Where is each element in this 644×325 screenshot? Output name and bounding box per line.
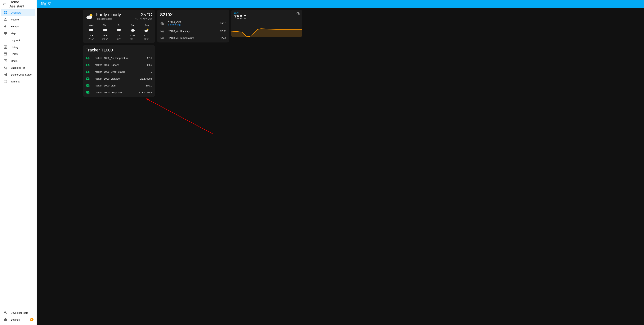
entity-row[interactable]: Tracker T1000_Latitude22.576884: [86, 75, 152, 82]
device-icon: [296, 12, 300, 15]
play-icon: [3, 58, 8, 63]
day-high: 25.8°: [88, 34, 94, 37]
svg-point-10: [6, 69, 7, 69]
sidebar-item-studio[interactable]: Studio Code Server: [1, 71, 36, 78]
svg-rect-67: [161, 37, 163, 39]
svg-point-65: [161, 31, 162, 32]
sidebar-item-label: Developer tools: [11, 312, 28, 314]
graph-value: 756.0: [234, 14, 300, 19]
weather-card[interactable]: Partly cloudy Forecast 我的家 25 °C 25.8 °C…: [83, 9, 155, 43]
topbar: 我的家: [37, 0, 644, 8]
dashboard-content: Partly cloudy Forecast 我的家 25 °C 25.8 °C…: [37, 8, 644, 325]
day-high: 28°: [117, 34, 121, 37]
weather-day-icon: [144, 27, 150, 33]
tracker-title: Tracker T1000: [86, 48, 152, 53]
entity-row[interactable]: Tracker T1000_Battery94.0: [86, 61, 152, 68]
column-3: CO2 756.0: [231, 9, 302, 37]
sidebar-list: Overview weather Energy Map Logbook Hist…: [0, 8, 36, 309]
sidebar-item-label: History: [11, 46, 18, 48]
svg-point-45: [87, 72, 87, 72]
sensor-icon: [86, 83, 90, 88]
sidebar-item-media[interactable]: Media: [1, 57, 36, 64]
svg-rect-6: [5, 47, 6, 48]
day-high: 27.2°: [144, 34, 150, 37]
main: 我的家 Partly cloudy Forecast 我的家: [37, 0, 644, 325]
entity-name: Tracker T1000_Longitude: [94, 91, 139, 94]
tracker-card[interactable]: Tracker T1000 Tracker T1000_Air Temperat…: [83, 45, 155, 97]
s210x-title: S210X: [160, 12, 226, 17]
day-low: 22°: [117, 38, 120, 40]
sidebar-item-devtools[interactable]: Developer tools: [1, 309, 36, 316]
weather-header: Partly cloudy Forecast 我的家 25 °C 25.8 °C…: [86, 12, 152, 21]
store-icon: [3, 52, 8, 56]
sidebar-item-settings[interactable]: Settings 5: [1, 316, 36, 323]
sidebar-item-history[interactable]: History: [1, 44, 36, 50]
s210x-card[interactable]: S210X S2103_CO21 minute ago756.0S2103_Ai…: [157, 9, 229, 42]
entity-name: Tracker T1000_Event Status: [94, 70, 151, 73]
entity-value: 94.0: [147, 63, 152, 66]
entity-value: 27.1: [147, 57, 152, 59]
cloud-icon: [3, 17, 8, 22]
svg-rect-5: [4, 47, 5, 48]
entity-name: Tracker T1000_Battery: [94, 63, 147, 66]
sidebar-item-hacs[interactable]: HACS: [1, 50, 36, 57]
svg-line-28: [119, 31, 119, 32]
svg-point-53: [87, 86, 87, 86]
cart-icon: [3, 65, 8, 70]
weather-day-icon: [102, 27, 108, 33]
weather-day-icon: [116, 27, 122, 33]
entity-row[interactable]: Tracker T1000_Event Status0: [86, 68, 152, 75]
svg-point-57: [87, 93, 87, 93]
entity-row[interactable]: Tracker T1000_Longitude113.922144: [86, 89, 152, 96]
vscode-icon: [3, 72, 8, 77]
co2-graph-card[interactable]: CO2 756.0: [231, 9, 302, 37]
entity-row[interactable]: S2103_Air Humidity52.36: [160, 27, 226, 34]
list-icon: [3, 38, 8, 42]
svg-point-26: [117, 29, 119, 31]
forecast-day: Fri28°22°: [114, 24, 124, 40]
sidebar-item-shopping[interactable]: Shopping list: [1, 64, 36, 71]
svg-point-34: [144, 30, 146, 32]
day-name: Sun: [144, 24, 148, 27]
sidebar-item-label: Logbook: [11, 39, 20, 42]
svg-rect-62: [162, 23, 162, 24]
forecast-day: Thu26.8°23.6°: [100, 24, 110, 40]
svg-rect-63: [161, 30, 163, 32]
entity-name: Tracker T1000_Air Temperature: [94, 57, 147, 59]
entity-value: 100.0: [146, 84, 152, 87]
entity-row[interactable]: Tracker T1000_Air Temperature27.1: [86, 54, 152, 61]
sensor-icon: [86, 56, 90, 60]
day-high: 23.5°: [130, 34, 136, 37]
entity-row[interactable]: S2103_Air Temperature27.1: [160, 34, 226, 41]
wrench-icon: [3, 311, 8, 315]
entity-row[interactable]: Tracker T1000_Light100.0: [86, 82, 152, 89]
entity-row[interactable]: S2103_CO21 minute ago756.0: [160, 19, 226, 27]
sidebar-item-terminal[interactable]: Terminal: [1, 78, 36, 85]
sidebar-item-energy[interactable]: Energy: [1, 23, 36, 30]
svg-rect-51: [86, 84, 89, 86]
sidebar-item-label: HACS: [11, 53, 18, 55]
forecast-day: Wed25.8°22.5°: [86, 24, 96, 40]
sidebar-item-label: Settings: [11, 318, 20, 321]
sidebar-item-overview[interactable]: Overview: [1, 9, 36, 16]
sidebar-item-weather[interactable]: weather: [1, 16, 36, 23]
column-2: S210X S2103_CO21 minute ago756.0S2103_Ai…: [157, 9, 229, 42]
weather-temp: 25 °C: [135, 12, 152, 17]
entity-value: 756.0: [220, 22, 226, 25]
svg-rect-47: [86, 78, 89, 80]
svg-line-73: [148, 99, 213, 134]
annotation-arrow: [144, 98, 217, 136]
day-low: 19.7°: [130, 38, 135, 40]
weather-day-icon: [130, 27, 136, 33]
bolt-icon: [3, 24, 8, 29]
svg-point-69: [161, 38, 162, 39]
sidebar-item-logbook[interactable]: Logbook: [1, 37, 36, 44]
day-name: Fri: [118, 24, 120, 27]
day-name: Sat: [131, 24, 134, 27]
sidebar-item-label: Energy: [11, 25, 18, 28]
menu-collapse-icon[interactable]: [2, 2, 7, 6]
svg-point-9: [4, 69, 5, 69]
sidebar-item-map[interactable]: Map: [1, 30, 36, 37]
svg-rect-1: [6, 11, 7, 13]
tracker-rows: Tracker T1000_Air Temperature27.1Tracker…: [86, 54, 152, 96]
